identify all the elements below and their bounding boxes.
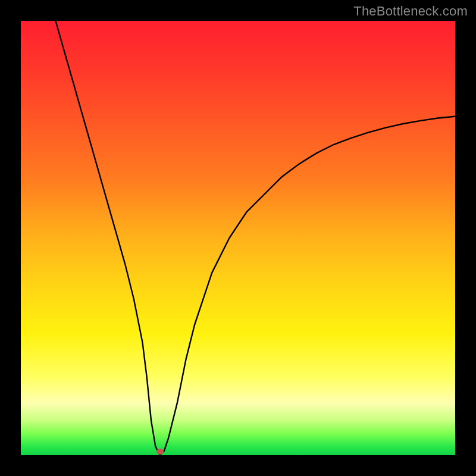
chart-frame: TheBottleneck.com xyxy=(0,0,476,476)
curve-svg xyxy=(21,21,455,455)
bottleneck-curve xyxy=(55,21,455,455)
watermark-text: TheBottleneck.com xyxy=(353,4,468,19)
minimum-marker xyxy=(156,449,164,455)
plot-area xyxy=(21,21,455,455)
